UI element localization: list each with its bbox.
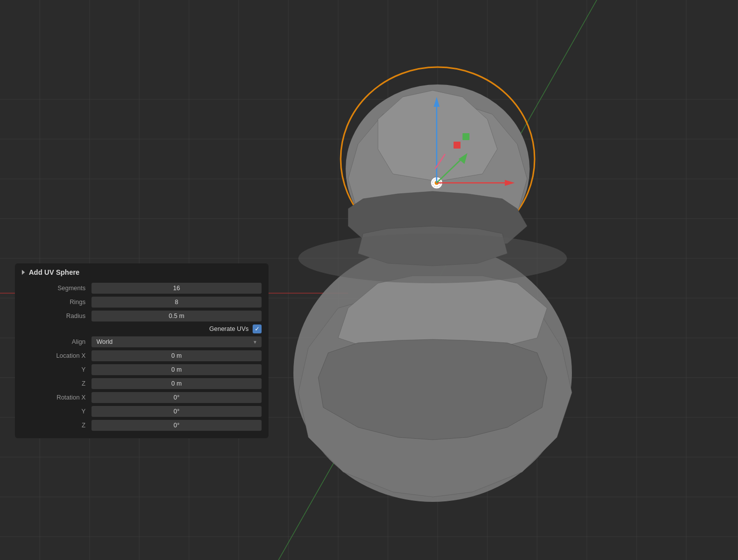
location-x-label: Location X	[22, 352, 92, 359]
rotation-z-input[interactable]: 0°	[92, 420, 262, 431]
rotation-x-input[interactable]: 0°	[92, 392, 262, 403]
rings-row: Rings 8	[15, 295, 269, 309]
location-y-label: Y	[22, 366, 92, 373]
rotation-z-label: Z	[22, 422, 92, 429]
location-z-label: Z	[22, 380, 92, 387]
rings-label: Rings	[22, 299, 92, 306]
panel-title: Add UV Sphere	[29, 268, 80, 276]
align-row: Align World ▾	[15, 335, 269, 349]
generate-uvs-row: Generate UVs ✓	[15, 323, 269, 335]
svg-rect-51	[462, 133, 469, 140]
radius-input[interactable]: 0.5 m	[92, 311, 262, 321]
chevron-down-icon: ▾	[254, 339, 257, 345]
add-uv-sphere-panel: Add UV Sphere Segments 16 Rings 8 Radius…	[15, 263, 269, 438]
rotation-y-label: Y	[22, 408, 92, 415]
rotation-x-label: Rotation X	[22, 394, 92, 401]
svg-rect-50	[454, 142, 461, 149]
radius-row: Radius 0.5 m	[15, 309, 269, 323]
segments-row: Segments 16	[15, 281, 269, 295]
rotation-z-row: Z 0°	[15, 418, 269, 432]
align-select[interactable]: World ▾	[92, 336, 262, 347]
location-y-row: Y 0 m	[15, 363, 269, 377]
location-y-input[interactable]: 0 m	[92, 364, 262, 375]
rings-input[interactable]: 8	[92, 297, 262, 308]
collapse-triangle[interactable]	[22, 270, 25, 275]
segments-label: Segments	[22, 285, 92, 292]
panel-header: Add UV Sphere	[15, 263, 269, 281]
align-label: Align	[22, 338, 92, 345]
generate-uvs-checkbox[interactable]: ✓	[253, 324, 262, 333]
align-value: World	[96, 338, 112, 345]
location-z-row: Z 0 m	[15, 377, 269, 391]
rotation-x-row: Rotation X 0°	[15, 391, 269, 404]
rotation-y-input[interactable]: 0°	[92, 406, 262, 417]
segments-input[interactable]: 16	[92, 283, 262, 294]
location-x-row: Location X 0 m	[15, 349, 269, 363]
radius-label: Radius	[22, 313, 92, 320]
location-z-input[interactable]: 0 m	[92, 378, 262, 389]
generate-uvs-label: Generate UVs	[209, 325, 249, 332]
svg-point-40	[298, 234, 567, 283]
location-x-input[interactable]: 0 m	[92, 350, 262, 361]
rotation-y-row: Y 0°	[15, 404, 269, 418]
